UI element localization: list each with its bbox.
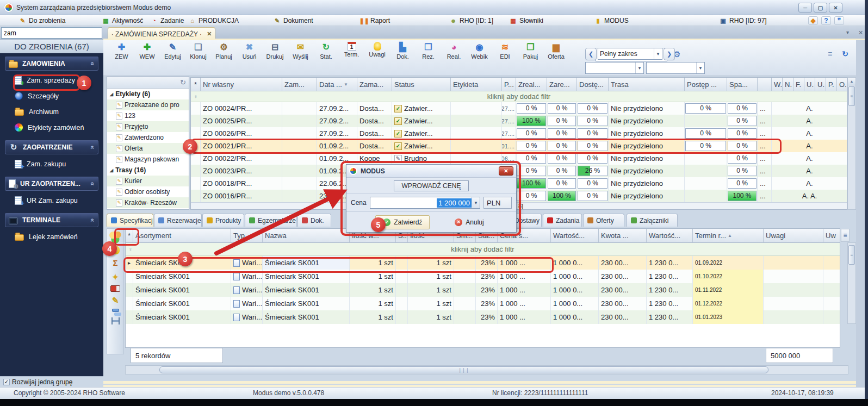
sidebar-group-ur-zaopatrzen[interactable]: UR ZAOPATRZEN...« [5, 177, 98, 191]
range-prev-button[interactable]: ❮ [585, 48, 597, 60]
tab-załączniki[interactable]: Załączniki [627, 214, 678, 227]
spec-row[interactable]: Śmieciark SK001Wari...Śmieciark SK0011 s… [126, 297, 840, 310]
tree-item-zatwierdzono[interactable]: ✎Zatwierdzono [107, 132, 189, 143]
orders-row[interactable]: ZO 00025/PR...27.09.2...Dosta...✓Zatwier… [191, 115, 847, 127]
collapse-chevron-icon[interactable]: « [89, 182, 97, 186]
spec-column-header-uw[interactable]: Uw [823, 229, 840, 243]
tree-item-oferta[interactable]: ✎Oferta [107, 143, 189, 154]
toolbar-button-edi[interactable]: ≋EDI [492, 42, 518, 65]
row-list-icon[interactable]: ≡ [824, 49, 835, 59]
tab-egzemplarze[interactable]: Egzemplarze [245, 214, 296, 227]
toolbar-button-rez[interactable]: ❒Rez. [416, 42, 441, 65]
close-button[interactable]: ✕ [829, 3, 842, 13]
collapse-chevron-icon[interactable]: « [89, 146, 97, 149]
delivery-truck-icon[interactable] [110, 285, 120, 292]
spec-column-header-typ[interactable]: Typ [231, 229, 263, 243]
orders-column-header-f[interactable]: F. [793, 78, 804, 91]
tree-item-kurier[interactable]: ✎Kurier [107, 176, 189, 186]
orders-row[interactable]: ZO 00026/PR...27.09.2...Dosta...✓Zatwier… [191, 127, 847, 140]
orders-column-header-etykieta[interactable]: Etykieta [451, 78, 502, 91]
scroll-up-icon[interactable]: ▲ [848, 78, 855, 85]
menu-item-zadanie[interactable]: ◔Zadanie [148, 15, 186, 26]
orders-filter-hint[interactable]: kliknij aby dodać filtr [191, 92, 847, 101]
scrollbar-thumb[interactable]: ≡ [848, 86, 855, 106]
menu-item-produkcja[interactable]: ⌂PRODUKCJA [186, 15, 241, 26]
orders-column-header-p[interactable]: P. [826, 78, 837, 91]
menu-item-dokument[interactable]: ✎Dokument [271, 15, 315, 26]
tree-item-123[interactable]: ✎123 [107, 110, 189, 121]
toolbar-button-pakuj[interactable]: ❒Pakuj [518, 42, 543, 65]
collapse-chevron-icon[interactable]: « [89, 62, 97, 66]
toolbar-button-wyślij[interactable]: ✉Wyślij [288, 42, 313, 65]
help-icon[interactable]: ? [821, 16, 831, 25]
spec-column-header-nazwa[interactable]: Nazwa [263, 229, 350, 243]
orders-column-header-u[interactable]: U. [804, 78, 815, 91]
filter-combo-1[interactable]: ▼ [585, 62, 644, 74]
expander-icon[interactable]: ◢ [110, 92, 113, 97]
spec-column-chooser-icon[interactable]: ≡ [841, 229, 850, 242]
paint-bucket-icon[interactable]: ◆ [808, 16, 818, 25]
orders-row[interactable]: ZO 00024/PR...27.09.2...Dosta...✓Zatwier… [191, 102, 847, 115]
orders-column-header-[interactable]: * [191, 78, 201, 91]
sum-sigma-icon[interactable]: Σ [109, 257, 121, 268]
sidebar-item-zam-zakupu[interactable]: Zam. zakupu [0, 156, 103, 172]
sidebar-group-terminale[interactable]: TERMINALE« [5, 213, 98, 227]
chevron-down-icon[interactable]: ▾ [846, 29, 849, 35]
orders-column-header-u[interactable]: U. [815, 78, 826, 91]
scrollbar-thumb[interactable]: ≡ [848, 245, 855, 265]
spec-column-header-wartość[interactable]: Wartość... [647, 229, 693, 243]
orders-column-header-spa[interactable]: Spa... [727, 78, 758, 91]
spec-row[interactable]: Śmieciark SK001Wari...Śmieciark SK0011 s… [126, 310, 840, 324]
toolbar-button-uwagi[interactable]: Uwagi [364, 42, 390, 65]
horizontal-scrollbar[interactable]: | | | [125, 365, 848, 374]
tab-produkty[interactable]: Produkty [202, 214, 244, 227]
maximize-button[interactable]: ▢ [814, 3, 827, 13]
range-select[interactable]: Pełny zakres ▼ [598, 48, 662, 60]
tab-close-icon[interactable]: ✕ [207, 30, 212, 38]
orders-column-header-zama[interactable]: Zama... [357, 78, 392, 91]
toolbar-button-zew[interactable]: ✚ZEW [109, 42, 134, 65]
tab-rezerwacje[interactable]: Rezerwacje [154, 214, 202, 227]
range-next-button[interactable]: ❯ [664, 48, 675, 60]
orders-vertical-scrollbar[interactable]: ▲ ≡ [847, 77, 856, 210]
expander-icon[interactable]: ◢ [110, 168, 113, 173]
toolbar-button-stat[interactable]: ↻Stat. [313, 42, 339, 65]
orders-column-header-trasa[interactable]: Trasa [609, 78, 685, 91]
sidebar-item-archiwum[interactable]: Archiwum [0, 104, 103, 120]
sidebar-item-lejek-zamówień[interactable]: Lejek zamówień [0, 229, 103, 245]
spec-column-header-asortyment[interactable]: Asortyment [133, 229, 231, 243]
titlebar[interactable]: System zarządzania przedsiębiorstwem Mod… [0, 0, 865, 15]
toolbar-button-drukuj[interactable]: ⊟Drukuj [262, 42, 288, 65]
toolbar-button-planuj[interactable]: ⚙Planuj [211, 42, 237, 65]
checkbox-rozwijaj-jedna-grupe[interactable]: ✓ Rozwijaj jedną grupę [3, 378, 72, 386]
tree-group-trasy-16[interactable]: ◢Trasy (16) [107, 165, 189, 176]
orders-column-header-zreal[interactable]: Zreal... [516, 78, 547, 91]
tree-group-etykiety-6[interactable]: ◢Etykiety (6) [107, 89, 189, 99]
tree-item-przyjęto[interactable]: ✎Przyjęto [107, 121, 189, 132]
toolbar-button-dok[interactable]: ▙Dok. [390, 42, 416, 65]
spec-row[interactable]: Śmieciark SK001Wari...Śmieciark SK0011 s… [126, 283, 840, 297]
orders-column-header-w[interactable]: W. [772, 78, 783, 91]
menu-item-aktywność[interactable]: ▦Aktywność [100, 15, 145, 26]
orders-column-header-zare[interactable]: Zare... [547, 78, 577, 91]
refresh-icon[interactable]: ↻ [180, 78, 186, 86]
tree-item-odbior-osobisty[interactable]: ✎Odbior osobisty [107, 186, 189, 197]
sidebar-item-ur-zam-zakupu[interactable]: UR Zam. zakupu [0, 192, 103, 208]
tab-dok[interactable]: Dok. [297, 214, 331, 227]
spec-column-header-termin-r[interactable]: Termin r...▲ [693, 229, 764, 243]
column-width-icon[interactable] [111, 317, 120, 324]
menu-item-słowniki[interactable]: ▦Słowniki [507, 15, 545, 26]
scrollbar-thumb[interactable]: | | | [159, 366, 768, 373]
orders-column-header-data[interactable]: Data ...▼ [317, 78, 357, 91]
orders-column-header-o[interactable]: O. [837, 78, 847, 91]
orders-column-header-p[interactable]: P... [502, 78, 516, 91]
tree-item-przekazane-do-pro[interactable]: ✎Przekazane do pro [107, 99, 189, 110]
filter-combo-2[interactable]: ▼ [646, 62, 705, 74]
toolbar-button-edytuj[interactable]: ✎Edytuj [160, 42, 185, 65]
minimize-button[interactable]: ─ [798, 3, 812, 13]
toolbar-button-oferta[interactable]: ▆Oferta [543, 42, 569, 65]
tree-item-magazyn-pakowan[interactable]: ✎Magazyn pakowan [107, 154, 189, 165]
magic-wand-icon[interactable]: ✦ [109, 271, 121, 283]
menu-item-raport[interactable]: ❚❚Raport [358, 15, 392, 26]
edit-pencil-icon[interactable]: ✎ [109, 295, 121, 306]
